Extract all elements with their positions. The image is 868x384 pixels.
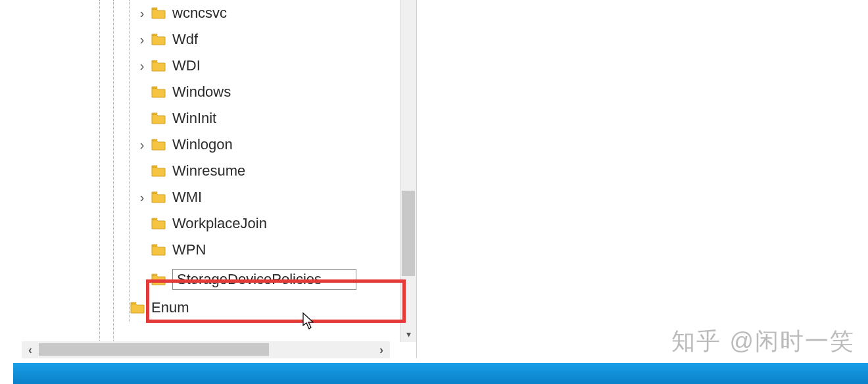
values-panel (423, 0, 868, 358)
tree-item-workplacejoin[interactable]: WorkplaceJoin (0, 210, 397, 237)
tree-item-wcncsvc[interactable]: › wcncsvc (0, 0, 397, 26)
tree-item-enum[interactable]: Enum (0, 296, 397, 320)
tree-label: Enum (151, 299, 189, 316)
tree-label: WorkplaceJoin (172, 215, 267, 232)
rename-input[interactable]: StorageDevicePolicies (172, 269, 356, 290)
folder-icon (151, 112, 166, 124)
folder-icon (151, 274, 166, 285)
tree-label: WMI (172, 189, 202, 206)
folder-icon (151, 244, 166, 256)
folder-icon (151, 7, 166, 19)
tree-label: WDI (172, 57, 201, 74)
folder-icon (151, 60, 166, 72)
tree-item-wdi[interactable]: › WDI (0, 53, 397, 79)
horizontal-scrollbar[interactable]: ‹ › (22, 341, 390, 358)
folder-icon (151, 218, 166, 229)
hscroll-track[interactable] (39, 343, 373, 356)
tree-label: wcncsvc (172, 5, 227, 22)
tree-item-wmi[interactable]: › WMI (0, 184, 397, 210)
expander-icon[interactable]: › (137, 192, 147, 203)
tree-label: WinInit (172, 110, 216, 127)
watermark-text: 知乎 @闲时一笑 (671, 325, 855, 358)
tree-item-windows[interactable]: Windows (0, 79, 397, 105)
tree-item-winlogon[interactable]: › Winlogon (0, 132, 397, 158)
folder-icon (130, 302, 145, 314)
folder-icon (151, 139, 166, 151)
tree-label: WPN (172, 241, 206, 258)
tree-label: Winresume (172, 162, 245, 180)
registry-tree-panel: › wcncsvc › Wdf › WDI (0, 0, 417, 358)
folder-icon (151, 191, 166, 203)
folder-icon (151, 165, 166, 177)
tree-item-storagedevicepolicies[interactable]: StorageDevicePolicies (0, 263, 397, 296)
scroll-right-icon[interactable]: › (373, 341, 390, 358)
main-container: › wcncsvc › Wdf › WDI (0, 0, 868, 358)
expander-icon[interactable]: › (137, 139, 147, 150)
scroll-left-icon[interactable]: ‹ (22, 341, 39, 358)
expander-icon[interactable]: › (137, 60, 147, 71)
tree-item-wdf[interactable]: › Wdf (0, 26, 397, 53)
tree-label: Winlogon (172, 136, 233, 153)
vertical-scrollbar[interactable]: ▾ (400, 0, 416, 342)
folder-icon (151, 34, 166, 45)
folder-icon (151, 86, 166, 98)
bottom-bar (13, 363, 868, 384)
expander-icon[interactable]: › (137, 34, 147, 45)
vscroll-thumb[interactable] (402, 191, 415, 276)
scroll-down-icon[interactable]: ▾ (400, 325, 417, 342)
tree-item-wininit[interactable]: WinInit (0, 105, 397, 132)
tree-item-winresume[interactable]: Winresume (0, 158, 397, 184)
tree-label: Windows (172, 84, 231, 101)
hscroll-thumb[interactable] (39, 343, 269, 356)
tree-item-wpn[interactable]: WPN (0, 237, 397, 263)
tree-content: › wcncsvc › Wdf › WDI (0, 0, 397, 342)
expander-icon[interactable]: › (137, 8, 147, 18)
tree-label: Wdf (172, 31, 198, 48)
